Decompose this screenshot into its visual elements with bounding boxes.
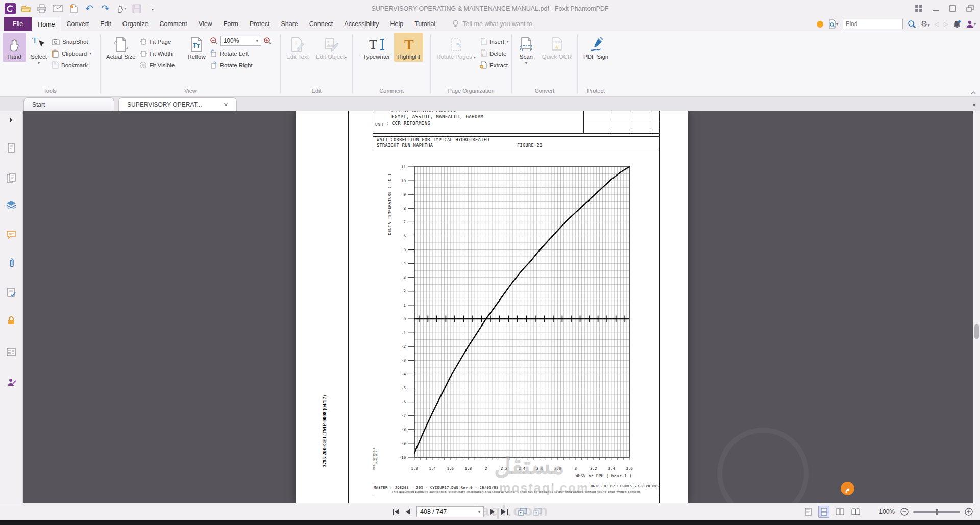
tab-share[interactable]: Share bbox=[275, 17, 303, 31]
layout-continuous-icon[interactable] bbox=[818, 506, 829, 518]
zoom-combobox[interactable]: 100%▾ bbox=[220, 36, 261, 46]
tab-view[interactable]: View bbox=[193, 17, 218, 31]
last-page-button[interactable] bbox=[501, 508, 508, 515]
camera-icon bbox=[52, 38, 60, 45]
restore-window-icon[interactable] bbox=[966, 5, 974, 12]
security-panel-icon[interactable] bbox=[0, 314, 22, 327]
collapse-ribbon-icon[interactable] bbox=[971, 91, 976, 94]
next-page-button[interactable] bbox=[489, 508, 495, 515]
svg-text:3.6: 3.6 bbox=[626, 466, 633, 471]
foxit-app-icon[interactable] bbox=[4, 3, 16, 15]
statusbar-zoom-in-icon[interactable] bbox=[965, 508, 973, 516]
tab-help[interactable]: Help bbox=[384, 17, 409, 31]
tab-comment[interactable]: Comment bbox=[154, 17, 193, 31]
new-document-icon[interactable] bbox=[67, 3, 80, 15]
history-forward-icon[interactable]: ▷ bbox=[944, 20, 948, 28]
svg-text:T: T bbox=[404, 37, 414, 52]
find-search-icon[interactable] bbox=[908, 20, 916, 29]
statusbar-zoom-out-icon[interactable] bbox=[900, 508, 909, 516]
find-input[interactable] bbox=[843, 19, 903, 29]
previous-page-button[interactable] bbox=[405, 508, 411, 515]
hand-tool-caret[interactable]: ▾ bbox=[124, 6, 126, 11]
highlight-button[interactable]: T Highlight bbox=[394, 33, 423, 62]
close-tab-icon[interactable]: ✕ bbox=[224, 102, 228, 108]
bookmarks-panel-icon[interactable] bbox=[0, 171, 22, 185]
tab-accessibility[interactable]: Accessibility bbox=[338, 17, 384, 31]
print-icon[interactable] bbox=[36, 3, 48, 15]
layers-panel-icon[interactable] bbox=[0, 198, 22, 211]
scan-button[interactable]: Scan ▾ bbox=[514, 33, 538, 66]
tab-convert[interactable]: Convert bbox=[61, 17, 95, 31]
next-view-button[interactable] bbox=[533, 508, 542, 516]
tab-connect[interactable]: Connect bbox=[304, 17, 339, 31]
settings-gear-icon[interactable]: ⚙▾ bbox=[921, 19, 929, 29]
tab-organize[interactable]: Organize bbox=[117, 17, 154, 31]
tell-me-box[interactable]: Tell me what you want to bbox=[452, 17, 532, 31]
tab-home[interactable]: Home bbox=[32, 17, 61, 31]
document-canvas[interactable]: ASSIUT NAPHTHA COMPLEX EGYPT, ASSIUT, MA… bbox=[23, 111, 973, 503]
tab-file[interactable]: File bbox=[4, 17, 32, 31]
open-icon[interactable] bbox=[20, 3, 32, 15]
previous-view-button[interactable] bbox=[518, 508, 527, 516]
rotate-right-button[interactable]: Rotate Right bbox=[210, 61, 272, 69]
extract-button[interactable]: Extract bbox=[480, 61, 509, 69]
layout-facing-icon[interactable] bbox=[834, 506, 845, 518]
expand-panel-icon[interactable] bbox=[0, 113, 22, 127]
hand-tool-button[interactable]: Hand bbox=[3, 33, 26, 62]
fit-page-button[interactable]: Fit Page bbox=[140, 37, 184, 46]
scrollbar-thumb[interactable] bbox=[974, 324, 979, 339]
zoom-in-icon[interactable] bbox=[263, 37, 272, 45]
typewriter-button[interactable]: T Typewriter bbox=[360, 33, 393, 62]
redo-icon[interactable]: ↷ bbox=[99, 3, 111, 15]
bell-icon[interactable] bbox=[953, 20, 961, 29]
zoom-slider-knob[interactable] bbox=[936, 509, 938, 515]
clipboard-button[interactable]: Clipboard ▾ bbox=[52, 49, 91, 58]
rotate-left-button[interactable]: Rotate Left bbox=[210, 49, 272, 58]
minimize-button[interactable] bbox=[933, 5, 939, 12]
tab-form[interactable]: Form bbox=[218, 17, 244, 31]
tab-protect[interactable]: Protect bbox=[244, 17, 276, 31]
layout-book-icon[interactable] bbox=[850, 506, 861, 518]
page-number-box[interactable]: 408 / 747▾ bbox=[416, 506, 484, 517]
header-company-line1: ASSIUT NAPHTHA COMPLEX bbox=[391, 111, 457, 113]
scan-caret[interactable]: ▾ bbox=[525, 61, 527, 65]
attachments-panel-icon[interactable] bbox=[0, 256, 22, 269]
select-tool-button[interactable]: T Select ▾ bbox=[27, 33, 51, 66]
destinations-panel-icon[interactable] bbox=[0, 345, 22, 359]
user-account-icon[interactable]: ▾ bbox=[966, 20, 976, 28]
comments-panel-icon[interactable] bbox=[0, 228, 22, 241]
pdf-sign-button[interactable]: PDF Sign bbox=[580, 33, 611, 62]
fields-panel-icon[interactable] bbox=[0, 286, 22, 299]
tab-tutorial[interactable]: Tutorial bbox=[409, 17, 441, 31]
tab-active-document[interactable]: SUPERVISORY OPERAT... ✕ bbox=[118, 97, 237, 111]
actual-size-button[interactable]: Actual Size bbox=[103, 33, 139, 62]
arrange-windows-icon[interactable] bbox=[915, 5, 922, 12]
email-icon[interactable] bbox=[52, 3, 64, 15]
select-caret[interactable]: ▾ bbox=[38, 61, 40, 65]
tab-list-caret[interactable]: ▾ bbox=[973, 102, 975, 108]
ribbon-home: Hand T Select ▾ SnapShot Clipboard ▾ bbox=[0, 31, 980, 97]
reflow-button[interactable]: Tт Reflow bbox=[185, 33, 209, 62]
zoom-out-icon[interactable] bbox=[210, 37, 218, 45]
page-thumbnails-icon[interactable] bbox=[0, 141, 22, 155]
fit-width-button[interactable]: Fit Width bbox=[140, 49, 184, 58]
search-document-icon[interactable]: ▾ bbox=[828, 19, 838, 29]
hand-tool-quick-icon[interactable]: ▾ bbox=[115, 3, 127, 15]
fit-visible-icon bbox=[140, 62, 147, 69]
zoom-slider[interactable] bbox=[913, 511, 960, 513]
signature-panel-icon[interactable] bbox=[0, 376, 22, 389]
svg-text:WHSV or PPH ( hour-1 ): WHSV or PPH ( hour-1 ) bbox=[576, 473, 632, 478]
history-back-icon[interactable]: ◁ bbox=[935, 20, 939, 28]
vertical-scrollbar[interactable] bbox=[973, 111, 980, 503]
clipboard-caret[interactable]: ▾ bbox=[89, 51, 91, 56]
maximize-button[interactable] bbox=[949, 5, 956, 12]
customize-quick-access-caret[interactable]: —▾ bbox=[146, 3, 159, 15]
first-page-button[interactable] bbox=[392, 508, 400, 515]
snapshot-button[interactable]: SnapShot bbox=[52, 37, 91, 46]
notification-dot[interactable] bbox=[817, 21, 823, 28]
undo-icon[interactable]: ↶ bbox=[83, 3, 95, 15]
fit-visible-button[interactable]: Fit Visible bbox=[140, 61, 184, 69]
tab-start-page[interactable]: Start bbox=[23, 97, 114, 111]
layout-single-page-icon[interactable] bbox=[802, 506, 814, 518]
tab-edit[interactable]: Edit bbox=[94, 17, 117, 31]
